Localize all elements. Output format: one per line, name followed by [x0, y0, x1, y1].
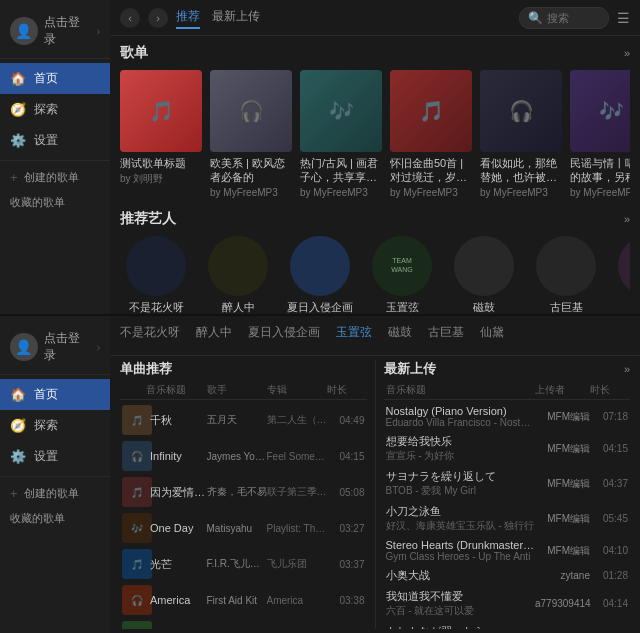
newest-info-3: 小刀之泳鱼 好汉、海康英雄宝玉乐队 - 独行行 [386, 504, 536, 533]
sidebar-item-settings[interactable]: ⚙️ 设置 [0, 125, 110, 156]
song-cards: 🎵 测试歌单标题 by 刘明野 🎧 欧美系 | 欧风恋者必备的 by MyFre… [120, 70, 630, 198]
divider-b1 [0, 374, 110, 375]
newest-row-b-1[interactable]: 想要给我快乐 宣宣乐 - 为好你 MFM编辑 04:15 [384, 431, 631, 466]
sidebar-item-home[interactable]: 🏠 首页 [0, 63, 110, 94]
newest-row-b-5[interactable]: 小奥大战 zytane 01:28 [384, 565, 631, 586]
br-artist-3: Matisyahu [207, 523, 267, 534]
song-card-3[interactable]: 🎵 怀旧金曲50首 | 对过境迁，岁月如风 by MyFreeMP3 [390, 70, 472, 198]
artist-tab-6[interactable]: 仙黛 [480, 324, 504, 341]
bottom-rec-row-0[interactable]: 🎵 千秋 五月天 第二人生（未... 04:49 [120, 402, 367, 438]
song-card-0[interactable]: 🎵 测试歌单标题 by 刘明野 [120, 70, 202, 198]
songs-section-header: 歌单 » [120, 44, 630, 62]
artist-cards: 不是花火呀 醉人中 夏日入侵企画 TEAMWANG 玉置弦 [120, 236, 630, 314]
artist-tab-3[interactable]: 玉置弦 [336, 324, 372, 341]
artist-card-0[interactable]: 不是花火呀 [120, 236, 192, 314]
bottom-recommend-panel: 单曲推荐 音乐标题 歌手 专辑 时长 🎵 千秋 五月天 第二人生（未... 04… [120, 360, 367, 629]
sidebar-item-settings-bottom[interactable]: ⚙️ 设置 [0, 441, 110, 472]
favorited-playlist-b[interactable]: 收藏的歌单 [0, 506, 110, 531]
created-playlist[interactable]: + 创建的歌单 [0, 165, 110, 190]
sidebar-item-explore[interactable]: 🧭 探索 [0, 94, 110, 125]
divider2 [0, 160, 110, 161]
br-dur-1: 04:15 [327, 451, 365, 462]
bottom-rec-col-artist: 歌手 [207, 383, 267, 397]
login-button-bottom[interactable]: 👤 点击登录 › [0, 324, 110, 370]
search-input[interactable] [547, 12, 617, 24]
newest-d-4: 04:10 [590, 545, 628, 556]
created-playlist-b[interactable]: + 创建的歌单 [0, 481, 110, 506]
artist-tab-2[interactable]: 夏日入侵企画 [248, 324, 320, 341]
newest-row-b-7[interactable]: もしもなが習ったら YDAION - もしもなが習ったら MFM编辑 03:21 [384, 621, 631, 629]
search-box[interactable]: 🔍 [519, 7, 609, 29]
bottom-rec-row-2[interactable]: 🎵 因为爱情(联子2019) 齐秦，毛不易 联子第三季第... 05:08 [120, 474, 367, 510]
bottom-rec-row-5[interactable]: 🎧 America First Aid Kit America 03:38 [120, 582, 367, 618]
br-dur-2: 05:08 [327, 487, 365, 498]
artist-card-2[interactable]: 夏日入侵企画 [284, 236, 356, 314]
bottom-rec-row-4[interactable]: 🎵 光芒 F.I.R.飞儿乐团 飞儿乐团 03:37 [120, 546, 367, 582]
menu-icon[interactable]: ☰ [617, 10, 630, 26]
tab-recommend[interactable]: 推荐 [176, 6, 200, 29]
artist-name-5: 古巨基 [530, 300, 602, 314]
bottom-rec-row-6[interactable]: 🎵 矮矮少(Live) 许嵩 许嵩 - 好矮少... 03:52 [120, 618, 367, 629]
sidebar-item-explore-label: 探索 [34, 101, 58, 118]
artist-card-1[interactable]: 醉人中 [202, 236, 274, 314]
song-card-title-4: 看似如此，那绝替她，也许被我们的故 [480, 156, 562, 185]
artist-card-3[interactable]: TEAMWANG 玉置弦 [366, 236, 438, 314]
artist-name-6: 仙黛 [612, 300, 630, 314]
br-title-0: 千秋 [146, 413, 207, 428]
login-text-bottom: 点击登录 [44, 330, 91, 364]
song-card-5[interactable]: 🎶 民谣与情丨唱出的故事，另种可能 by MyFreeMP3 [570, 70, 630, 198]
newest-d-6: 04:14 [590, 598, 628, 609]
bottom-rec-row-3[interactable]: 🎶 One Day Matisyahu Playlist: The... 03:… [120, 510, 367, 546]
sidebar-top: 👤 点击登录 › 🏠 首页 🧭 探索 ⚙️ 设置 + 创建的歌单 收藏的歌单 [0, 0, 110, 314]
artists-more[interactable]: » [624, 213, 630, 225]
newest-row-b-0[interactable]: Nostalgy (Piano Version) Eduardo Villa F… [384, 402, 631, 431]
song-card-2[interactable]: 🎶 热门/古风 | 画君子心，共享享乐时光 by MyFreeMP3 [300, 70, 382, 198]
back-button[interactable]: ‹ [120, 8, 140, 28]
newest-t-0: Nostalgy (Piano Version) [386, 405, 536, 417]
song-card-1[interactable]: 🎧 欧美系 | 欧风恋者必备的 by MyFreeMP3 [210, 70, 292, 198]
bottom-rec-row-1[interactable]: 🎧 Infinity Jaymes Young Feel Somethi... … [120, 438, 367, 474]
br-album-3: Playlist: The... [267, 523, 327, 534]
sidebar-item-explore-bottom[interactable]: 🧭 探索 [0, 410, 110, 441]
song-card-artist-4: by MyFreeMP3 [480, 187, 562, 198]
sidebar-item-home-bottom[interactable]: 🏠 首页 [0, 379, 110, 410]
explore-icon: 🧭 [10, 102, 26, 117]
login-text: 点击登录 [44, 14, 91, 48]
artist-nav-tabs: 不是花火呀 醉人中 夏日入侵企画 玉置弦 磁鼓 古巨基 仙黛 [120, 320, 630, 345]
songs-more[interactable]: » [624, 47, 630, 59]
newest-row-b-6[interactable]: 我知道我不懂爱 六百 - 就在这可以爱 a779309414 04:14 [384, 586, 631, 621]
newest-row-b-3[interactable]: 小刀之泳鱼 好汉、海康英雄宝玉乐队 - 独行行 MFM编辑 05:45 [384, 501, 631, 536]
newest-row-b-4[interactable]: Stereo Hearts (Drunkmaster Flex Remix) G… [384, 536, 631, 565]
newest-d-3: 05:45 [590, 513, 628, 524]
song-card-4[interactable]: 🎧 看似如此，那绝替她，也许被我们的故 by MyFreeMP3 [480, 70, 562, 198]
artist-avatar-4 [454, 236, 514, 296]
divider-b2 [0, 476, 110, 477]
bottom-rec-col-num [122, 383, 146, 397]
br-dur-3: 03:27 [327, 523, 365, 534]
br-album-5: America [267, 595, 327, 606]
song-card-artist-2: by MyFreeMP3 [300, 187, 382, 198]
artist-tab-5[interactable]: 古巨基 [428, 324, 464, 341]
favorited-playlist-label-b: 收藏的歌单 [10, 511, 65, 526]
artist-card-4[interactable]: 磁鼓 [448, 236, 520, 314]
bottom-recommend-header: 单曲推荐 [120, 360, 367, 378]
login-button[interactable]: 👤 点击登录 › [0, 8, 110, 54]
artist-tab-1[interactable]: 醉人中 [196, 324, 232, 341]
song-card-artist-0: by 刘明野 [120, 172, 202, 186]
newest-t-7: もしもなが習ったら [386, 624, 536, 629]
newest-u-0: MFM编辑 [535, 410, 590, 424]
favorited-playlist[interactable]: 收藏的歌单 [0, 190, 110, 215]
artist-tab-4[interactable]: 磁鼓 [388, 324, 412, 341]
sidebar-item-settings-label: 设置 [34, 132, 58, 149]
artist-card-6[interactable]: 仙黛 [612, 236, 630, 314]
artist-card-5[interactable]: 古巨基 [530, 236, 602, 314]
bottom-newest-more[interactable]: » [624, 363, 630, 375]
artist-tab-0[interactable]: 不是花火呀 [120, 324, 180, 341]
forward-button[interactable]: › [148, 8, 168, 28]
br-title-2: 因为爱情(联子2019) [146, 485, 207, 500]
home-icon: 🏠 [10, 71, 26, 86]
newest-row-b-2[interactable]: サヨナラを繰り返して BTOB - 爱我 My Girl MFM编辑 04:37 [384, 466, 631, 501]
tab-newest[interactable]: 最新上传 [212, 6, 260, 29]
artists-section-header: 推荐艺人 » [120, 210, 630, 228]
song-card-title-2: 热门/古风 | 画君子心，共享享乐时光 [300, 156, 382, 185]
